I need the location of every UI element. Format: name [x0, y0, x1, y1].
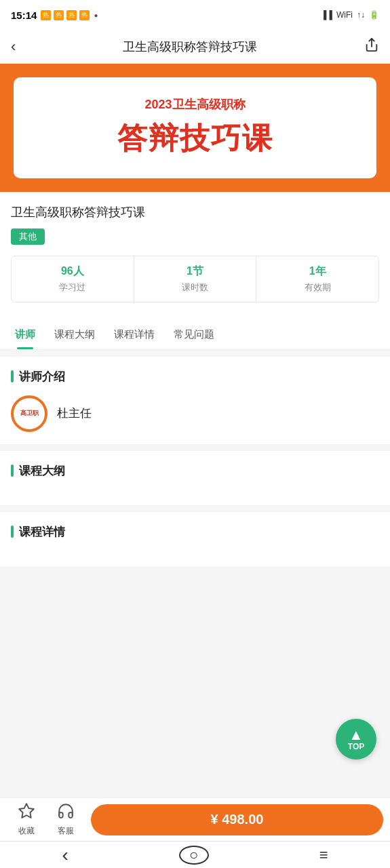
collect-icon [18, 802, 35, 824]
instructor-name: 杜主任 [57, 406, 92, 421]
status-tags: 热 热 热 热 [41, 10, 90, 20]
hero-card: 2023卫生高级职称 答辩技巧课 [14, 77, 376, 178]
top-arrow-icon: ▲ [349, 728, 364, 743]
service-label: 客服 [58, 825, 74, 837]
phone-home-button[interactable]: ○ [179, 846, 209, 865]
instructor-section-title: 讲师介绍 [11, 369, 379, 384]
nav-bar: ‹ 卫生高级职称答辩技巧课 [0, 30, 390, 64]
status-tag-3: 热 [66, 10, 77, 20]
bottom-action-bar: 收藏 客服 ¥ 498.00 [0, 797, 390, 841]
curriculum-section: 课程大纲 [0, 451, 390, 505]
instructor-row: 高卫职 杜主任 [11, 395, 379, 432]
status-tag-4: 热 [79, 10, 90, 20]
hero-title: 答辩技巧课 [27, 121, 363, 157]
detail-section-title: 课程详情 [11, 524, 379, 540]
collect-button[interactable]: 收藏 [7, 802, 46, 837]
stat-validity-value: 1年 [260, 264, 374, 279]
tab-instructor[interactable]: 讲师 [5, 320, 45, 349]
collect-label: 收藏 [18, 825, 35, 837]
phone-nav-bar: ‹ ○ ≡ [0, 841, 390, 868]
stat-validity: 1年 有效期 [256, 256, 378, 302]
page-title: 卫生高级职称答辩技巧课 [21, 39, 359, 55]
signal-icon: ▐▐ [321, 10, 332, 20]
status-tag-1: 热 [41, 10, 51, 20]
tab-faq[interactable]: 常见问题 [164, 320, 224, 349]
service-button[interactable]: 客服 [46, 802, 85, 837]
top-button[interactable]: ▲ TOP [336, 719, 376, 760]
stat-students-value: 96人 [16, 264, 130, 279]
top-label: TOP [348, 743, 364, 751]
phone-menu-button[interactable]: ≡ [306, 842, 342, 868]
curriculum-section-title: 课程大纲 [11, 463, 379, 479]
svg-marker-1 [19, 804, 34, 818]
course-name: 卫生高级职称答辩技巧课 [11, 204, 379, 220]
detail-section: 课程详情 [0, 512, 390, 566]
avatar-inner: 高卫职 [12, 397, 46, 431]
stat-validity-label: 有效期 [260, 281, 374, 294]
course-tag: 其他 [11, 229, 45, 245]
service-icon [57, 802, 75, 824]
network-icon: ↑↓ [357, 10, 365, 20]
course-info: 卫生高级职称答辩技巧课 其他 96人 学习过 1节 课时数 1年 有效期 [0, 192, 390, 320]
status-tag-2: 热 [54, 10, 64, 20]
hero-banner: 2023卫生高级职称 答辩技巧课 [0, 64, 390, 192]
status-time: 15:14 [11, 9, 37, 21]
stat-students: 96人 学习过 [12, 256, 134, 302]
stat-students-label: 学习过 [16, 281, 130, 294]
wifi-icon: WiFi [336, 10, 353, 20]
back-button[interactable]: ‹ [11, 35, 21, 58]
avatar-text: 高卫职 [20, 410, 39, 417]
avatar: 高卫职 [11, 395, 47, 432]
hero-subtitle: 2023卫生高级职称 [27, 96, 363, 113]
buy-button[interactable]: ¥ 498.00 [91, 804, 383, 835]
share-button[interactable] [359, 35, 379, 58]
instructor-section: 讲师介绍 高卫职 杜主任 [0, 357, 390, 444]
status-dot: ● [94, 12, 98, 19]
stats-row: 96人 学习过 1节 课时数 1年 有效期 [11, 256, 379, 302]
stat-lessons-label: 课时数 [138, 281, 252, 294]
status-bar: 15:14 热 热 热 热 ● ▐▐ WiFi ↑↓ 🔋 [0, 0, 390, 30]
tabs-bar: 讲师 课程大纲 课程详情 常见问题 [0, 320, 390, 350]
stat-lessons: 1节 课时数 [134, 256, 257, 302]
battery-icon: 🔋 [369, 10, 379, 20]
tab-curriculum[interactable]: 课程大纲 [45, 320, 104, 349]
stat-lessons-value: 1节 [138, 264, 252, 279]
tab-detail[interactable]: 课程详情 [104, 320, 164, 349]
status-icons: ▐▐ WiFi ↑↓ 🔋 [321, 10, 379, 20]
phone-back-button[interactable]: ‹ [48, 840, 81, 869]
